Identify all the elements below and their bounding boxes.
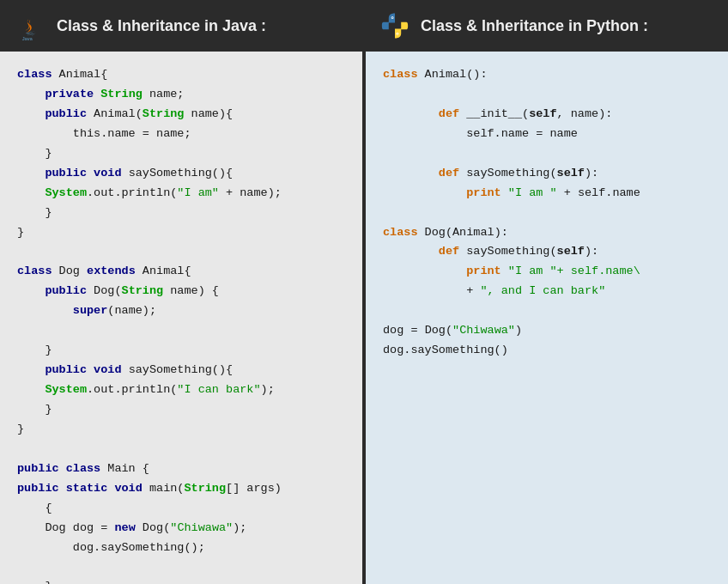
python-icon: python (378, 9, 412, 43)
svg-point-2 (391, 17, 392, 18)
header-row: Java Class & Inheritance in Java : (0, 0, 728, 52)
python-header-title: Class & Inheritance in Python : (421, 17, 648, 35)
java-header: Java Class & Inheritance in Java : (0, 0, 364, 52)
python-header: python Class & Inheritance in Python : (364, 0, 728, 52)
python-code-panel: class Animal(): def __init__(self, name)… (366, 52, 728, 584)
java-header-title: Class & Inheritance in Java : (57, 17, 266, 35)
main-container: Java Class & Inheritance in Java : (0, 0, 728, 584)
svg-text:Java: Java (22, 36, 33, 41)
content-row: class Animal{ private String name; publi… (0, 52, 728, 584)
svg-point-4 (397, 33, 397, 34)
python-code-block: class Animal(): def __init__(self, name)… (383, 65, 711, 361)
java-code-block: class Animal{ private String name; publi… (17, 65, 345, 584)
java-icon: Java (14, 9, 48, 43)
java-code-panel: class Animal{ private String name; publi… (0, 52, 362, 584)
